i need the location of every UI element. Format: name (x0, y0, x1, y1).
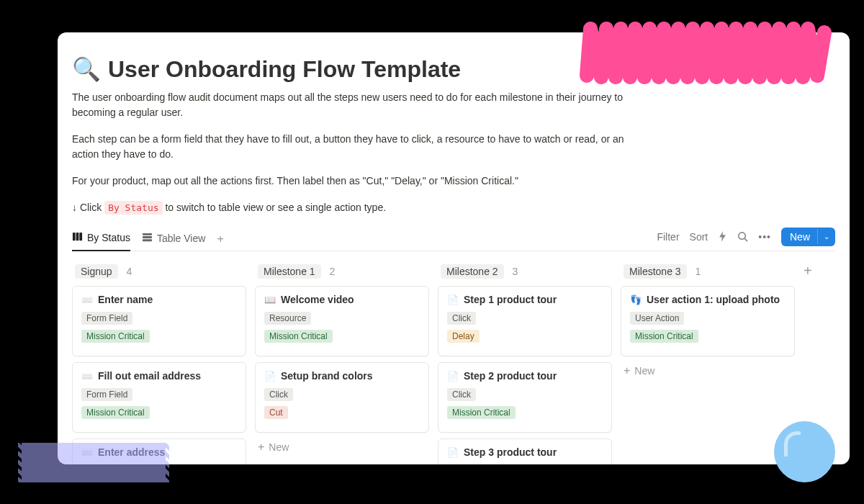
search-icon[interactable] (737, 231, 748, 242)
column-signup: Signup 4 ⌨️Enter name Form Field Mission… (72, 261, 246, 464)
card-upload-photo[interactable]: 👣User action 1: upload photo User Action… (621, 286, 795, 356)
sort-button[interactable]: Sort (690, 231, 708, 243)
column-title: Signup (75, 264, 118, 279)
keyboard-icon: ⌨️ (81, 294, 93, 305)
card-step2-tour[interactable]: 📄Step 2 product tour Click Mission Criti… (438, 362, 612, 433)
description-4: ↓ Click By Status to switch to table vie… (72, 200, 626, 215)
add-view-button[interactable]: + (217, 233, 223, 246)
column-count: 1 (696, 266, 701, 277)
column-milestone-2: Milestone 2 3 📄Step 1 product tour Click… (438, 261, 612, 464)
column-title: Milestone 3 (624, 264, 687, 279)
scribble-decoration (576, 18, 835, 86)
card-step1-tour[interactable]: 📄Step 1 product tour Click Delay (438, 286, 612, 356)
by-status-code: By Status (104, 201, 162, 215)
column-title: Milestone 2 (441, 264, 504, 279)
column-count: 2 (330, 266, 336, 277)
view-tabs-row: By Status Table View + Filter Sort ••• N… (72, 227, 835, 251)
card-brand-colors[interactable]: 📄Setup brand colors Click Cut (255, 362, 429, 433)
description-2: Each step can be a form field that they … (72, 132, 626, 162)
new-card-label: New (634, 365, 654, 377)
tag-mission-critical: Mission Critical (264, 330, 333, 343)
svg-point-6 (739, 233, 745, 239)
card-fill-email[interactable]: ⌨️Fill out email address Form Field Miss… (72, 362, 246, 433)
view-tabs: By Status Table View + (72, 227, 224, 251)
column-count: 3 (513, 266, 518, 277)
card-enter-name[interactable]: ⌨️Enter name Form Field Mission Critical (72, 286, 246, 356)
document-icon: 📄 (264, 371, 276, 382)
desc4-pre: ↓ Click (72, 202, 104, 213)
svg-rect-5 (143, 239, 152, 241)
column-header[interactable]: Milestone 1 2 (255, 261, 429, 286)
tag-form-field: Form Field (81, 312, 132, 325)
tag-cut: Cut (264, 406, 288, 419)
svg-rect-2 (79, 233, 82, 240)
svg-rect-1 (76, 233, 79, 240)
lightning-icon[interactable] (718, 231, 727, 242)
bubble-decoration (774, 421, 835, 482)
column-title: Milestone 1 (258, 264, 321, 279)
svg-line-7 (745, 238, 748, 241)
column-count: 4 (127, 266, 132, 277)
card-title: Fill out email address (98, 370, 201, 382)
svg-rect-3 (143, 233, 152, 235)
plus-icon: + (624, 365, 630, 377)
column-milestone-3: Milestone 3 1 👣User action 1: upload pho… (621, 261, 795, 464)
new-card-button[interactable]: +New (255, 438, 429, 456)
tag-click: Click (447, 312, 476, 325)
page-icon[interactable]: 🔍 (72, 55, 101, 83)
tag-mission-critical: Mission Critical (630, 330, 698, 343)
card-title: Setup brand colors (281, 370, 373, 382)
new-button[interactable]: New ⌄ (781, 228, 835, 246)
tape-decoration (22, 443, 166, 482)
tag-mission-critical: Mission Critical (81, 330, 150, 343)
tag-user-action: User Action (630, 312, 684, 325)
tab-label: Table View (157, 233, 205, 244)
new-card-label: New (269, 441, 289, 453)
description-1: The user onboarding flow audit document … (72, 90, 626, 120)
document-icon: 📄 (447, 447, 459, 458)
book-icon: 📖 (264, 294, 276, 305)
more-icon[interactable]: ••• (758, 231, 771, 243)
svg-rect-0 (73, 233, 76, 240)
tab-table-view[interactable]: Table View (142, 228, 205, 251)
new-button-label: New (781, 228, 817, 246)
tag-mission-critical: Mission Critical (447, 406, 516, 419)
table-icon (142, 232, 153, 245)
page-title[interactable]: User Onboarding Flow Template (108, 56, 461, 83)
board-icon (72, 231, 83, 244)
card-title: Step 3 product tour (464, 446, 557, 458)
footprints-icon: 👣 (630, 294, 642, 305)
tag-delay: Delay (447, 330, 480, 343)
column-header[interactable]: Signup 4 (72, 261, 246, 286)
tag-mission-critical: Mission Critical (81, 406, 150, 419)
board: Signup 4 ⌨️Enter name Form Field Mission… (72, 261, 835, 464)
desc4-post: to switch to table view or see a single … (163, 202, 387, 213)
page-container: 🔍 User Onboarding Flow Template The user… (58, 32, 850, 464)
card-title: User action 1: upload photo (647, 294, 780, 305)
card-welcome-video[interactable]: 📖Welcome video Resource Mission Critical (255, 286, 429, 356)
card-title: Welcome video (281, 294, 354, 305)
keyboard-icon: ⌨️ (81, 371, 93, 382)
card-step3-tour[interactable]: 📄Step 3 product tour Click (438, 438, 612, 464)
card-title: Enter name (98, 294, 153, 305)
document-icon: 📄 (447, 371, 459, 382)
toolbar: Filter Sort ••• New ⌄ (657, 228, 835, 251)
tab-by-status[interactable]: By Status (72, 227, 130, 251)
tab-label: By Status (87, 232, 130, 243)
column-header[interactable]: Milestone 2 3 (438, 261, 612, 286)
tag-resource: Resource (264, 312, 311, 325)
filter-button[interactable]: Filter (657, 231, 679, 243)
tag-form-field: Form Field (81, 388, 132, 401)
card-title: Step 1 product tour (464, 294, 557, 305)
plus-icon: + (258, 441, 264, 453)
document-icon: 📄 (447, 294, 459, 305)
tag-click: Click (264, 388, 293, 401)
column-header[interactable]: Milestone 3 1 (621, 261, 795, 286)
new-card-button[interactable]: +New (621, 362, 795, 379)
column-milestone-1: Milestone 1 2 📖Welcome video Resource Mi… (255, 261, 429, 464)
svg-rect-4 (143, 236, 152, 238)
card-title: Step 2 product tour (464, 370, 557, 382)
chevron-down-icon[interactable]: ⌄ (817, 229, 835, 244)
description-3: For your product, map out all the action… (72, 174, 626, 189)
tag-click: Click (447, 388, 476, 401)
